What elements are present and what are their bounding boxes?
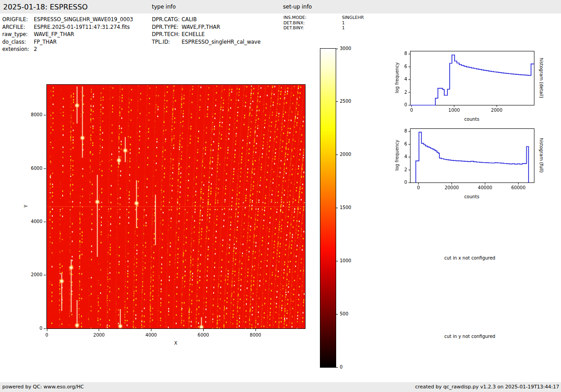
y-tick-label: 8000 (23, 112, 42, 117)
metadata-row: extension:2 (2, 46, 133, 53)
hist-full-y-label: log frequency (395, 128, 400, 182)
footer-right-text: created by qc_rawdisp.py v1.2.3 on 2025-… (415, 384, 559, 390)
x-tick (203, 329, 204, 331)
y-tick (44, 115, 46, 115)
x-tick-label: 6000 (193, 333, 213, 337)
metadata-value: CALIB (182, 16, 197, 23)
metadata-row: DET.BINX:1 (283, 20, 364, 26)
colorbar-tick (336, 101, 338, 102)
metadata-key: DPR.CATG: (152, 16, 182, 23)
metadata-row: TPL.ID:ESPRESSO_singleHR_cal_wave (152, 38, 260, 46)
type-info-table: DPR.CATG:CALIBDPR.TYPE:WAVE,FP,THARDPR.T… (152, 16, 260, 46)
metadata-value: ESPRESSO_singleHR_cal_wave (182, 38, 260, 46)
metadata-key: DET.BINX: (283, 20, 342, 26)
metadata-key: do_class: (2, 38, 34, 46)
raw-frame-heatmap (47, 85, 305, 328)
colorbar-tick-label: 1500 (340, 205, 351, 210)
metadata-value: ECHELLE (182, 31, 205, 38)
metadata-value: WAVE_FP_THAR (34, 31, 74, 38)
metadata-key: ARCFILE: (2, 23, 34, 31)
colorbar-tick-label: 0 (340, 365, 342, 369)
metadata-key: raw_type: (2, 31, 34, 38)
metadata-key: TPL.ID: (152, 38, 182, 46)
metadata-value: 2 (34, 46, 37, 53)
colorbar-tick-label: 2500 (340, 99, 351, 104)
setup-info-table: INS.MODE:SINGLEHRDET.BINX:1DET.BINY:1 (283, 15, 364, 31)
footer-bar: powered by QC: www.eso.org/HC created by… (0, 382, 561, 392)
type-info-header: type info (152, 0, 176, 14)
hist-detail-right-label: histogram (detail) (538, 51, 544, 105)
colorbar-tick-label: 1000 (340, 258, 351, 263)
cut-y-note: cut in y not configured (444, 334, 495, 339)
metadata-row: ARCFILE:ESPRE.2025-01-19T11:47:31.274.fi… (2, 23, 133, 31)
metadata-key: INS.MODE: (283, 15, 342, 20)
metadata-key: DPR.TECH: (152, 31, 182, 38)
y-tick-label: 6000 (23, 166, 42, 171)
colorbar-tick-label: 3000 (340, 46, 351, 51)
x-tick-label: 2000 (89, 333, 109, 337)
metadata-value: FP_THAR (34, 38, 57, 46)
colorbar-tick-label: 2000 (340, 152, 351, 157)
image-y-axis-label: Y (23, 179, 28, 233)
x-tick (47, 329, 47, 331)
y-tick (44, 328, 46, 329)
y-tick (44, 275, 46, 275)
metadata-value: ESPRE.2025-01-19T11:47:31.274.fits (34, 23, 130, 31)
y-tick-label: 2000 (23, 272, 42, 277)
metadata-row: raw_type:WAVE_FP_THAR (2, 31, 133, 38)
setup-info-header: set-up info (283, 0, 312, 14)
file-info-table: ORIGFILE:ESPRESSO_SINGLEHR_WAVE019_0003A… (2, 16, 133, 53)
metadata-row: do_class:FP_THAR (2, 38, 133, 46)
metadata-row: DET.BINY:1 (283, 25, 364, 31)
y-tick-label: 4000 (23, 219, 42, 224)
metadata-value: 1 (342, 25, 345, 31)
x-tick (255, 329, 256, 331)
metadata-row: INS.MODE:SINGLEHR (283, 15, 364, 20)
hist-full-x-label: counts (431, 194, 512, 199)
y-tick (44, 222, 46, 222)
colorbar-tick (336, 314, 338, 315)
image-x-axis-label: X (149, 341, 203, 346)
metadata-row: DPR.CATG:CALIB (152, 16, 260, 23)
histogram-full-canvas (390, 123, 536, 194)
y-tick-label: 0 (23, 326, 42, 331)
x-tick-label: 0 (37, 333, 57, 337)
qc-report-page: 2025-01-18: ESPRESSO type info set-up in… (0, 0, 561, 392)
colorbar-gradient (320, 49, 336, 367)
metadata-row: DPR.TYPE:WAVE,FP,THAR (152, 23, 260, 31)
metadata-key: DPR.TYPE: (152, 23, 182, 31)
footer-left-text: powered by QC: www.eso.org/HC (2, 384, 84, 390)
y-tick (44, 169, 46, 169)
metadata-value: SINGLEHR (342, 15, 364, 20)
metadata-row: ORIGFILE:ESPRESSO_SINGLEHR_WAVE019_0003 (2, 16, 133, 23)
colorbar-tick (336, 49, 338, 49)
metadata-key: extension: (2, 46, 34, 53)
metadata-row: DPR.TECH:ECHELLE (152, 31, 260, 38)
histogram-detail-canvas (390, 45, 536, 116)
colorbar-tick (336, 367, 338, 368)
metadata-key: ORIGFILE: (2, 16, 34, 23)
metadata-value: ESPRESSO_SINGLEHR_WAVE019_0003 (34, 16, 133, 23)
colorbar-tick (336, 155, 338, 155)
x-tick-label: 4000 (141, 333, 161, 337)
x-tick (151, 329, 151, 331)
cut-x-note: cut in x not configured (444, 255, 495, 260)
x-tick-label: 8000 (246, 333, 265, 337)
hist-full-right-label: histogram (full) (538, 128, 544, 182)
hist-detail-y-label: log frequency (395, 51, 400, 105)
colorbar-tick (336, 208, 338, 208)
x-tick (99, 329, 99, 331)
colorbar-tick (336, 261, 338, 261)
metadata-value: 1 (342, 20, 345, 26)
colorbar-tick-label: 500 (340, 311, 348, 316)
page-title: 2025-01-18: ESPRESSO (3, 0, 88, 14)
metadata-value: WAVE,FP,THAR (182, 23, 220, 31)
metadata-key: DET.BINY: (283, 25, 342, 31)
hist-detail-x-label: counts (431, 117, 512, 122)
